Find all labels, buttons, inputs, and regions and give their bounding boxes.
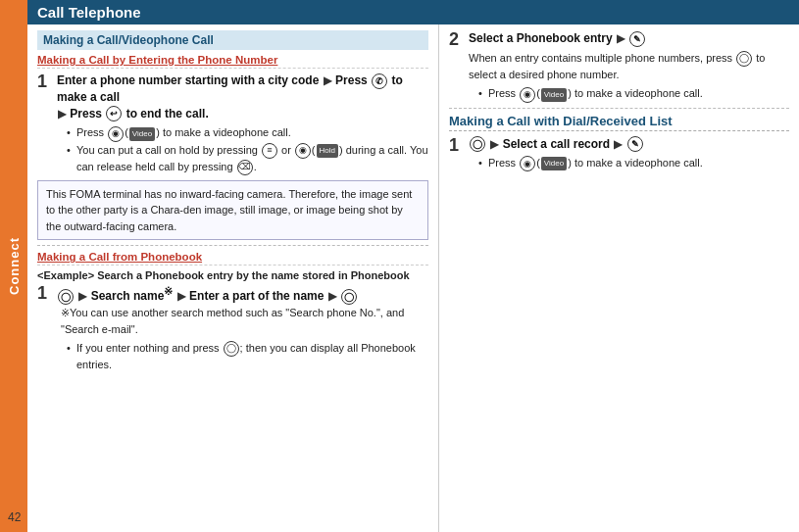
arrow-pb-3: ▶ <box>328 289 336 304</box>
dial-list-icon: ◯ <box>470 136 485 152</box>
dial-step-bullets: Press ◉(Video) to make a videophone call… <box>478 155 789 171</box>
step-2: 2 Select a Phonebook entry ▶ ✎ When an e… <box>449 30 789 103</box>
step-pb-number: 1 <box>37 284 51 372</box>
select-icon-r: ◯ <box>736 51 752 67</box>
dial-step-number: 1 <box>449 136 463 172</box>
arrow-d2: ▶ <box>614 137 622 152</box>
pb-bullet-1: If you enter nothing and press ◯; then y… <box>67 340 428 373</box>
section-divider-r1 <box>449 108 789 109</box>
step-2-content: Select a Phonebook entry ▶ ✎ When an ent… <box>469 30 789 103</box>
tab-label: Connect <box>7 237 22 295</box>
step-2-number: 2 <box>449 30 463 103</box>
bullet-1: Press ◉(Video) to make a videophone call… <box>67 124 428 141</box>
step-pb-main: ◯ ▶ Search name※ ▶ Enter a part of the n… <box>57 284 428 305</box>
end-icon: ↩ <box>106 106 122 121</box>
videophone-icon-r1: ◉ <box>520 87 535 103</box>
step-pb-1: 1 ◯ ▶ Search name※ ▶ Enter a part of the… <box>37 284 428 372</box>
step-1-content: Enter a phone number starting with a cit… <box>57 73 428 175</box>
asterisk-note: ※You can use another search method such … <box>61 305 428 337</box>
dial-bullet-1: Press ◉(Video) to make a videophone call… <box>478 155 789 171</box>
step-1-number: 1 <box>37 73 51 175</box>
videophone-icon-1: ◉ <box>108 126 124 142</box>
dial-step-1: 1 ◯ ▶ Select a call record ▶ ✎ Press ◉(V… <box>449 136 789 172</box>
r-bullet-1: Press ◉(Video) to make a videophone call… <box>478 85 789 102</box>
arrow-icon-2: ▶ <box>58 107 66 121</box>
dial-icon: ✆ <box>372 73 387 89</box>
note-box: This FOMA terminal has no inward-facing … <box>37 180 428 241</box>
clear-icon: ⌫ <box>237 160 253 175</box>
arrow-r1: ▶ <box>617 31 624 46</box>
hold-btn: Hold <box>317 144 338 158</box>
step-1-bullets: Press ◉(Video) to make a videophone call… <box>67 124 428 174</box>
arrow-pb-2: ▶ <box>177 289 185 304</box>
video-btn-r1: Video <box>541 88 567 102</box>
content-area: Making a Call/Videophone Call Making a C… <box>27 24 799 532</box>
dial-step-main: ◯ ▶ Select a call record ▶ ✎ <box>469 136 789 153</box>
edit-icon-r1: ✎ <box>629 31 645 47</box>
video-btn-1: Video <box>129 127 155 141</box>
example-label: <Example> <box>37 269 94 281</box>
main-content: Call Telephone Making a Call/Videophone … <box>27 0 799 532</box>
arrow-pb-1: ▶ <box>78 289 86 304</box>
example-text: Search a Phonebook entry by the name sto… <box>97 269 409 281</box>
phonebook-circle-icon: ◯ <box>58 289 74 305</box>
phonebook-section-heading: Making a Call from Phonebook <box>37 251 428 266</box>
step-2-desc: When an entry contains multiple phone nu… <box>469 50 789 83</box>
page-number: 42 <box>8 510 21 524</box>
step-1: 1 Enter a phone number starting with a c… <box>37 73 428 175</box>
step-2-bullets: Press ◉(Video) to make a videophone call… <box>478 85 789 102</box>
connect-tab: Connect <box>0 0 27 532</box>
step-pb-bullets: If you enter nothing and press ◯; then y… <box>67 340 428 373</box>
videophone-icon-d1: ◉ <box>520 156 535 171</box>
right-column: 2 Select a Phonebook entry ▶ ✎ When an e… <box>439 24 799 532</box>
note-text: This FOMA terminal has no inward-facing … <box>46 188 412 232</box>
arrow-d1: ▶ <box>490 137 498 152</box>
arrow-icon-1: ▶ <box>324 73 331 88</box>
sub-section-heading: Making a Call by Entering the Phone Numb… <box>37 54 428 69</box>
hold-icon-1: ≡ <box>262 143 277 159</box>
step-1-main: Enter a phone number starting with a cit… <box>57 73 428 121</box>
bullet-2: You can put a call on hold by pressing ≡… <box>67 142 428 175</box>
step-2-main: Select a Phonebook entry ▶ ✎ <box>469 30 789 47</box>
confirm-icon: ◯ <box>341 289 357 305</box>
confirm-icon-2: ◯ <box>224 341 239 357</box>
hold-icon-2: ◉ <box>295 143 311 159</box>
step-pb-content: ◯ ▶ Search name※ ▶ Enter a part of the n… <box>57 284 428 372</box>
edit-icon-d1: ✎ <box>627 136 643 152</box>
main-section-heading: Making a Call/Videophone Call <box>37 30 428 50</box>
example-line: <Example> Search a Phonebook entry by th… <box>37 269 428 281</box>
video-btn-d1: Video <box>541 157 567 170</box>
section-divider-1 <box>37 245 428 246</box>
dial-section-heading: Making a Call with Dial/Received List <box>449 114 789 131</box>
dial-step-content: ◯ ▶ Select a call record ▶ ✎ Press ◉(Vid… <box>469 136 789 172</box>
page-title: Call Telephone <box>27 0 799 24</box>
left-column: Making a Call/Videophone Call Making a C… <box>27 24 439 532</box>
